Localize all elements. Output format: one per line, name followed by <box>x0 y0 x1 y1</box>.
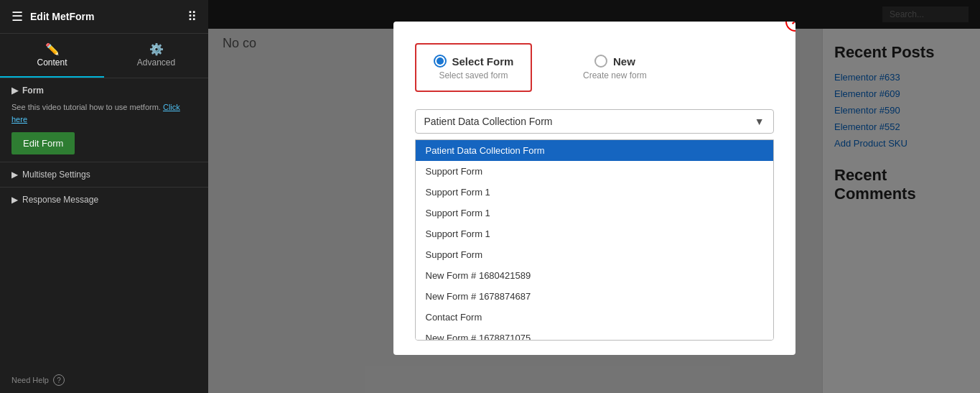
expand-icon: ▶ <box>11 170 18 180</box>
dropdown-selected-value: Patient Data Collection Form <box>424 116 553 127</box>
modal-close-button[interactable]: ✕ <box>785 22 795 32</box>
list-item[interactable]: New Form # 1680421589 <box>416 265 773 286</box>
form-section: ▶ Form See this video tutorial how to us… <box>0 78 208 162</box>
list-item[interactable]: Support Form 1 <box>416 182 773 203</box>
dropdown-arrow-icon: ▼ <box>755 116 765 127</box>
select-form-radio-inner <box>437 57 444 65</box>
list-item[interactable]: Support Form <box>416 244 773 265</box>
new-form-label: New <box>613 55 635 68</box>
sidebar-tabs: ✏️ Content ⚙️ Advanced <box>0 34 208 78</box>
modal-overlay: ✕ Select Form Select saved form <box>208 0 980 393</box>
list-item[interactable]: New Form # 1678874687 <box>416 286 773 307</box>
list-item[interactable]: Support Form 1 <box>416 223 773 244</box>
expand-icon-2: ▶ <box>11 195 18 205</box>
main-area: No co Recent Posts Elementor #633 Elemen… <box>208 0 980 393</box>
sidebar-title: Edit MetForm <box>30 11 94 22</box>
select-form-sublabel: Select saved form <box>434 70 514 80</box>
list-item[interactable]: Contact Form <box>416 307 773 328</box>
modal-options-row: Select Form Select saved form New Create… <box>415 43 774 92</box>
select-form-radio[interactable] <box>434 55 447 68</box>
sidebar-header: ☰ Edit MetForm ⠿ <box>0 0 208 34</box>
tab-content[interactable]: ✏️ Content <box>0 34 104 78</box>
form-section-title: ▶ Form <box>11 85 197 96</box>
list-item[interactable]: Patient Data Collection Form <box>416 140 773 161</box>
select-form-option[interactable]: Select Form Select saved form <box>415 43 533 92</box>
help-text: See this video tutorial how to use metfo… <box>11 101 197 125</box>
new-form-radio[interactable] <box>594 55 607 68</box>
triangle-icon: ▶ <box>11 85 18 96</box>
help-circle-icon[interactable]: ? <box>53 374 65 386</box>
dropdown-header[interactable]: ➜ Patient Data Collection Form ▼ <box>415 109 774 134</box>
modal-dialog: ✕ Select Form Select saved form <box>393 22 795 355</box>
hamburger-icon[interactable]: ☰ <box>11 9 23 24</box>
list-item[interactable]: Support Form <box>416 161 773 182</box>
tab-advanced[interactable]: ⚙️ Advanced <box>104 34 208 78</box>
left-sidebar: ☰ Edit MetForm ⠿ ✏️ Content ⚙️ Advanced … <box>0 0 208 393</box>
need-help-footer: Need Help ? <box>0 367 208 393</box>
select-form-label: Select Form <box>452 55 514 68</box>
list-item[interactable]: New Form # 1678871075 <box>416 328 773 341</box>
dropdown-list[interactable]: Patient Data Collection FormSupport Form… <box>415 139 774 341</box>
response-message[interactable]: ▶ Response Message <box>0 187 208 212</box>
edit-form-button[interactable]: Edit Form <box>11 132 75 154</box>
gear-icon: ⚙️ <box>104 42 208 56</box>
new-form-sublabel: Create new form <box>579 70 650 80</box>
pencil-icon: ✏️ <box>0 42 104 56</box>
grid-icon[interactable]: ⠿ <box>187 9 197 24</box>
list-item[interactable]: Support Form 1 <box>416 203 773 223</box>
multistep-settings[interactable]: ▶ Multistep Settings <box>0 162 208 187</box>
new-form-option[interactable]: New Create new form <box>561 43 668 92</box>
